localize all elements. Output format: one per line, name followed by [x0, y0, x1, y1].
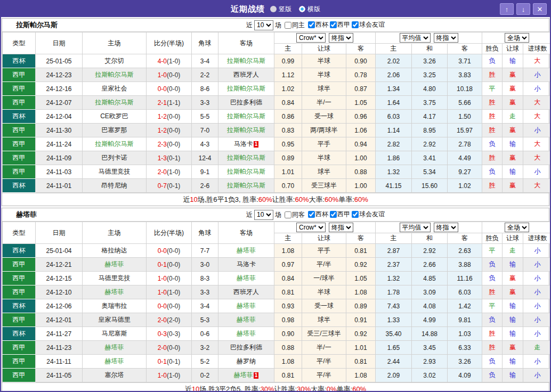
match-date: 24-12-21	[36, 258, 83, 272]
summary-segment: 10	[192, 385, 199, 392]
asian-away-odds: 0.87	[346, 82, 376, 96]
average-odds-select[interactable]: 平均值	[400, 223, 431, 232]
corner-count: 8-3	[192, 272, 218, 285]
home-team-name: 巴塞罗那	[102, 126, 127, 134]
handicap-line: 半/一	[302, 96, 346, 110]
away-team: 拉斯帕尔马斯	[218, 151, 274, 165]
competition-filter[interactable]: 球会友谊	[350, 210, 385, 219]
home-team: 塞尔塔	[83, 369, 147, 382]
red-card-badge: 1	[254, 372, 259, 379]
avg-away-odds: 2.63	[448, 244, 482, 258]
average-odds-select[interactable]: 平均值	[400, 33, 431, 43]
match-count-select[interactable]: 10	[254, 210, 273, 220]
corner-count: 12-4	[192, 151, 218, 165]
home-team: 拉斯帕尔马斯	[83, 137, 147, 151]
summary-segment: 60%	[352, 385, 366, 392]
asian-away-odds: 0.81	[346, 355, 376, 369]
col-score: 比分(半场)	[147, 32, 192, 54]
full-match-select[interactable]: 全场	[505, 33, 529, 43]
competition-checkbox[interactable]	[308, 21, 315, 28]
score-cell: 1-0(1-0)	[147, 369, 192, 382]
score-cell: 1-0(0-0)	[147, 272, 192, 285]
competition-checkbox[interactable]	[330, 21, 337, 28]
col-avg-home: 主	[376, 44, 412, 54]
same-venue-filter[interactable]: 同主	[283, 21, 305, 30]
competition-filter[interactable]: 西杯	[306, 20, 328, 29]
radio-vertical-layout[interactable]: 竖版	[270, 5, 291, 14]
avg-home-odds: 1.33	[376, 313, 412, 327]
avg-draw-odds: 4.08	[412, 299, 448, 313]
halftime-score: (0-0)	[167, 303, 180, 310]
same-venue-checkbox[interactable]	[285, 22, 291, 29]
handicap-result: 输	[503, 299, 523, 313]
corner-count: 2-6	[192, 179, 218, 193]
same-venue-checkbox[interactable]	[285, 211, 291, 218]
handicap-result: 赢	[503, 179, 523, 193]
competition-checkbox[interactable]	[352, 21, 359, 28]
winlose-result: 胜	[482, 285, 503, 299]
score-cell: 0-0(0-0)	[147, 244, 192, 258]
avg-away-odds: 3.71	[448, 54, 482, 68]
match-count-select[interactable]: 10	[254, 20, 273, 30]
away-team-name: 拉斯帕尔马斯	[227, 85, 265, 92]
asian-home-odds: 0.90	[274, 327, 302, 341]
corner-count: 7-7	[192, 244, 218, 258]
winlose-result: 平	[482, 82, 503, 96]
full-match-select[interactable]: 全场	[505, 223, 529, 232]
competition-checkbox[interactable]	[308, 211, 315, 218]
match-row: 西甲24-12-01皇家马德里2-0(2-0)5-3赫塔菲0.98球半0.911…	[3, 313, 551, 327]
asian-home-odds: 1.08	[274, 355, 302, 369]
away-team-name: 拉斯帕尔马斯	[227, 112, 265, 120]
move-down-button[interactable]: ↓	[516, 3, 530, 15]
halftime-score: (1-0)	[167, 58, 180, 65]
radio-selected-icon[interactable]	[270, 6, 277, 12]
asian-home-odds: 0.89	[274, 151, 302, 165]
away-team: 赫塔菲	[218, 244, 274, 258]
avg-draw-odds: 2.92	[412, 244, 448, 258]
competition-filter[interactable]: 球会友谊	[350, 20, 385, 29]
competition-filter[interactable]: 西杯	[306, 210, 328, 219]
winlose-result: 胜	[482, 327, 503, 341]
asian-home-odds: 0.98	[274, 313, 302, 327]
competition-checkbox[interactable]	[352, 211, 359, 218]
final-odds-select[interactable]: 终指	[329, 33, 353, 43]
final-odds-select[interactable]: 终指	[329, 223, 353, 232]
asian-away-odds: 1.05	[346, 272, 376, 285]
home-team: 赫塔菲	[83, 258, 147, 272]
goals-result: 小	[523, 313, 551, 327]
match-row: 西杯24-11-27马尼塞斯0-3(0-3)0-6赫塔菲0.90受三/三球半0.…	[3, 327, 551, 341]
score-cell: 2-1(1-1)	[147, 96, 192, 110]
match-row: 西杯24-11-01昂特尼纳0-7(0-1)2-6拉斯帕尔马斯0.70受三球半1…	[3, 179, 551, 193]
move-up-button[interactable]: ↑	[500, 3, 514, 15]
halftime-score: (0-1)	[167, 182, 180, 190]
competition-filter[interactable]: 西甲	[328, 20, 350, 29]
winlose-result: 平	[482, 244, 503, 258]
competition-checkbox[interactable]	[330, 211, 337, 218]
bookmaker-select[interactable]: Crow*	[296, 223, 326, 232]
winlose-result: 负	[482, 54, 503, 68]
final-odds-select-2[interactable]: 终指	[434, 223, 458, 232]
results-table: 类型 日期 主场 比分(半场) 角球 客场 Crow*终指 平均值终指 全场	[2, 222, 551, 382]
same-venue-filter[interactable]: 同客	[283, 210, 305, 219]
radio-horizontal-layout[interactable]: 横版	[299, 5, 320, 14]
radio-unselected-icon[interactable]	[299, 6, 305, 12]
match-date: 24-11-27	[36, 327, 83, 341]
home-team: 马德里竞技	[83, 272, 147, 285]
goals-result: 小	[523, 124, 551, 137]
asian-home-odds: 0.99	[274, 54, 302, 68]
avg-away-odds: 9.81	[448, 313, 482, 327]
summary-segment: 单率:	[337, 385, 353, 392]
bookmaker-select[interactable]: Crow*	[296, 33, 326, 43]
fulltime-score: 2-0	[158, 316, 167, 324]
competition-badge: 西甲	[3, 151, 36, 165]
home-team: 赫塔菲	[83, 285, 147, 299]
close-button[interactable]: ✕	[533, 3, 547, 15]
radio-vertical-label: 竖版	[279, 5, 291, 14]
col-handicap: 让球	[302, 233, 346, 244]
competition-filter[interactable]: 西甲	[328, 210, 350, 219]
final-odds-select-2[interactable]: 终指	[434, 33, 458, 43]
summary-segment: 近	[185, 385, 192, 392]
fulltime-score: 0-3	[158, 330, 167, 338]
halftime-score: (1-0)	[167, 289, 180, 296]
avg-home-odds: 1.86	[376, 151, 412, 165]
